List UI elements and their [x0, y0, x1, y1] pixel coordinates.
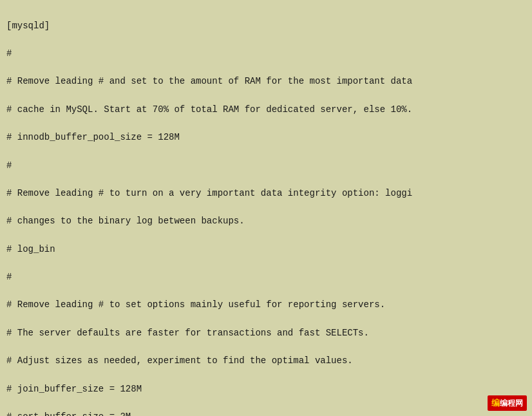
code-line: # changes to the binary log between back…	[6, 214, 526, 229]
code-line: # The server defaults are faster for tra…	[6, 326, 526, 341]
code-line: # log_bin	[6, 243, 526, 257]
code-line: # cache in MySQL. Start at 70% of total …	[6, 103, 526, 117]
code-line: #	[6, 270, 526, 285]
code-line: # innodb_buffer_pool_size = 128M	[6, 131, 526, 145]
code-line: #	[6, 47, 526, 61]
code-line: # Adjust sizes as needed, experiment to …	[6, 354, 526, 368]
code-line: [mysqld]	[6, 19, 526, 33]
code-line: # Remove leading # and set to the amount…	[6, 75, 526, 89]
code-line: #	[6, 159, 526, 173]
code-line: # join_buffer_size = 128M	[6, 383, 526, 397]
watermark: 编编程网	[488, 395, 527, 411]
code-line: # Remove leading # to turn on a very imp…	[6, 187, 526, 201]
code-line: # sort_buffer_size = 2M	[6, 410, 526, 416]
watermark-logo: 编	[491, 398, 500, 408]
code-line: # Remove leading # to set options mainly…	[6, 298, 526, 312]
code-editor: [mysqld] # # Remove leading # and set to…	[0, 0, 532, 416]
watermark-text: 编程网	[500, 399, 523, 408]
